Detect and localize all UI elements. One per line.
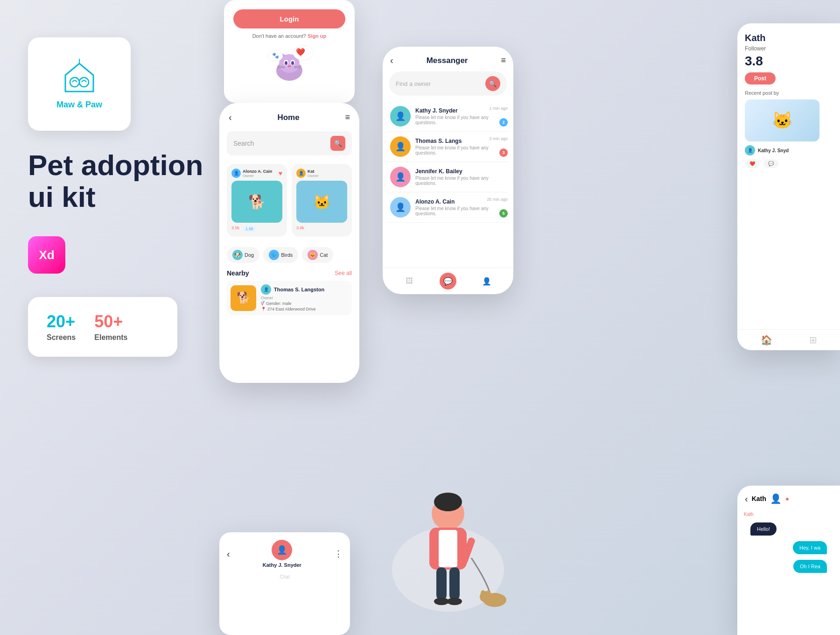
nearby-gender: ⚥ Gender: male bbox=[261, 301, 348, 306]
owner-info-2: 👤 Kat Owner bbox=[296, 169, 319, 178]
chat-menu-icon[interactable]: ⋮ bbox=[334, 549, 343, 559]
category-cat[interactable]: 🐱 Cat bbox=[302, 247, 333, 263]
profile-nav-grid-icon[interactable]: ⊞ bbox=[809, 334, 817, 346]
message-list: 👤 Kathy J. Snyder Please let me know if … bbox=[383, 101, 513, 223]
message-item-3[interactable]: 👤 Jennifer K. Bailey Please let me know … bbox=[388, 162, 508, 192]
elements-label: Elements bbox=[94, 333, 127, 342]
msg-preview-4: Please let me know if you have any quest… bbox=[415, 206, 506, 216]
category-dog[interactable]: 🐶 Dog bbox=[227, 247, 259, 263]
svg-rect-23 bbox=[439, 530, 457, 567]
logo-card: Maw & Paw bbox=[28, 37, 131, 131]
logo-icon bbox=[58, 59, 100, 96]
profile-content: Kath Follower 3.8 Post Recent post by 🐱 … bbox=[737, 23, 840, 177]
menu-icon[interactable]: ≡ bbox=[345, 113, 350, 122]
comment-action[interactable]: 💬 bbox=[763, 159, 778, 168]
svg-point-0 bbox=[70, 78, 79, 87]
chat-msg-back[interactable]: ‹ bbox=[745, 494, 748, 504]
recent-post-section: Recent post by 🐱 👤 Kathy J. Snyd ❤️ 💬 bbox=[745, 90, 833, 168]
nearby-pet-image: 🐕 bbox=[231, 285, 256, 311]
nearby-card[interactable]: 🐕 👤 Thomas S. Langston Owner ⚥ Gender: m… bbox=[227, 281, 352, 315]
pet-stats-1: 3.5k 1.6k bbox=[231, 226, 282, 232]
messenger-back[interactable]: ‹ bbox=[390, 55, 393, 66]
nearby-section: Nearby See all 🐕 👤 Thomas S. Langston Ow… bbox=[219, 266, 359, 319]
pet-card-2[interactable]: 👤 Kat Owner 🐱 3.8k bbox=[292, 164, 352, 237]
screens-stat: 20+ Screens bbox=[47, 312, 76, 342]
msg-badge-4: 5 bbox=[499, 209, 508, 218]
phone-login: Login Don't have an account? Sign up bbox=[224, 0, 355, 103]
svg-point-21 bbox=[434, 493, 462, 511]
find-owner-bar[interactable]: Find a owner 🔍 bbox=[389, 71, 507, 96]
svg-point-27 bbox=[447, 598, 462, 605]
dog-icon: 🐶 bbox=[232, 250, 243, 260]
nearby-owner-name: Thomas S. Langston bbox=[274, 287, 324, 292]
screens-label: Screens bbox=[47, 333, 76, 342]
elements-number: 50+ bbox=[94, 312, 127, 332]
bubble-sent-row-2: Oh I Rea bbox=[737, 558, 840, 575]
brand-name: Maw & Paw bbox=[56, 100, 102, 110]
left-section: Maw & Paw Pet adoption ui kit Xd 20+ Scr… bbox=[28, 37, 205, 357]
pet-card-1[interactable]: 👤 Alonzo A. Cain Owner ♥ 🐕 3.5k 1.6k bbox=[227, 164, 287, 237]
svg-point-9 bbox=[291, 61, 294, 65]
nav-chat-icon[interactable]: 💬 bbox=[440, 273, 456, 289]
post-author-name: Kathy J. Snyd bbox=[758, 148, 789, 153]
home-header: ‹ Home ≡ bbox=[219, 103, 359, 127]
message-item-1[interactable]: 👤 Kathy J. Snyder Please let me know if … bbox=[388, 101, 508, 132]
signup-prompt: Don't have an account? Sign up bbox=[252, 33, 327, 39]
phone-chat-messages: ‹ Kath 👤 ● Kath Hello! Hey, I wa Oh I Re… bbox=[737, 486, 840, 635]
category-birds[interactable]: 🐦 Birds bbox=[263, 247, 298, 263]
svg-text:🐾: 🐾 bbox=[272, 52, 279, 59]
search-bar[interactable]: Search 🔍 bbox=[227, 131, 352, 155]
owner-name-1: Alonzo A. Cain bbox=[243, 169, 272, 174]
profile-nav-home-icon[interactable]: 🏠 bbox=[761, 334, 772, 346]
comments-count-1: 1.6k bbox=[243, 226, 256, 232]
nearby-info: 👤 Thomas S. Langston Owner ⚥ Gender: mal… bbox=[261, 284, 348, 311]
chat-msg-avatar-small: 👤 bbox=[770, 493, 782, 504]
find-search-button[interactable]: 🔍 bbox=[485, 76, 500, 91]
like-action[interactable]: ❤️ bbox=[745, 159, 760, 168]
nav-profile-icon[interactable]: 👤 bbox=[478, 273, 495, 289]
phone-messenger: ‹ Messanger ≡ Find a owner 🔍 👤 Kathy J. … bbox=[383, 47, 513, 294]
msg-time-1: 1 min ago bbox=[489, 106, 508, 111]
cat-post-image: 🐱 bbox=[745, 99, 819, 141]
msg-info-3: Jennifer K. Bailey Please let me know if… bbox=[415, 168, 506, 186]
cat-illustration: ❤️ 🐾 bbox=[261, 42, 317, 85]
message-item-2[interactable]: 👤 Thomas S. Langs Please let me know if … bbox=[388, 132, 508, 162]
owner-role-2: Owner bbox=[308, 174, 319, 178]
online-indicator: ● bbox=[785, 495, 789, 502]
profile-nav: 🏠 ⊞ bbox=[737, 329, 840, 350]
messenger-header: ‹ Messanger ≡ bbox=[383, 47, 513, 71]
post-actions: ❤️ 💬 bbox=[745, 159, 833, 168]
find-placeholder: Find a owner bbox=[396, 80, 431, 87]
login-button[interactable]: Login bbox=[233, 9, 345, 28]
message-item-4[interactable]: 👤 Alonzo A. Cain Please let me know if y… bbox=[388, 192, 508, 223]
bubble-sent-1: Hey, I wa bbox=[793, 541, 827, 554]
svg-point-31 bbox=[481, 590, 485, 598]
msg-time-4: 25 min ago bbox=[487, 197, 508, 202]
svg-text:❤️: ❤️ bbox=[296, 48, 305, 56]
heart-icon-1[interactable]: ♥ bbox=[279, 169, 282, 177]
chat-back[interactable]: ‹ bbox=[227, 549, 230, 559]
pet-stats-2: 3.8k bbox=[296, 226, 347, 230]
chat-user-name: Kathy J. Snyder bbox=[263, 562, 301, 568]
signup-link[interactable]: Sign up bbox=[308, 33, 326, 39]
profile-name: Kath bbox=[745, 33, 833, 43]
owner-info-1: 👤 Alonzo A. Cain Owner bbox=[231, 169, 272, 178]
profile-followers-label: Follower bbox=[745, 45, 833, 52]
pet-cards-row: 👤 Alonzo A. Cain Owner ♥ 🐕 3.5k 1.6k 👤 bbox=[219, 159, 359, 241]
msg-avatar-3: 👤 bbox=[390, 167, 411, 187]
chat-user: 👤 Kathy J. Snyder bbox=[263, 540, 301, 568]
see-all-link[interactable]: See all bbox=[335, 270, 352, 276]
back-button[interactable]: ‹ bbox=[229, 112, 232, 123]
category-section: 🐶 Dog 🐦 Birds 🐱 Cat bbox=[219, 241, 359, 266]
msg-name-3: Jennifer K. Bailey bbox=[415, 168, 506, 175]
messenger-menu[interactable]: ≡ bbox=[501, 56, 506, 65]
headline: Pet adoption ui kit bbox=[28, 149, 205, 213]
likes-count-2: 3.8k bbox=[296, 226, 304, 230]
post-button[interactable]: Post bbox=[745, 72, 776, 85]
owner-avatar-2: 👤 bbox=[296, 169, 306, 178]
svg-rect-24 bbox=[436, 567, 447, 600]
chat-header: ‹ 👤 Kathy J. Snyder ⋮ bbox=[219, 532, 350, 572]
search-button[interactable]: 🔍 bbox=[330, 136, 345, 151]
chat-user-avatar: 👤 bbox=[272, 540, 292, 560]
nav-gallery-icon[interactable]: 🖼 bbox=[401, 273, 418, 289]
